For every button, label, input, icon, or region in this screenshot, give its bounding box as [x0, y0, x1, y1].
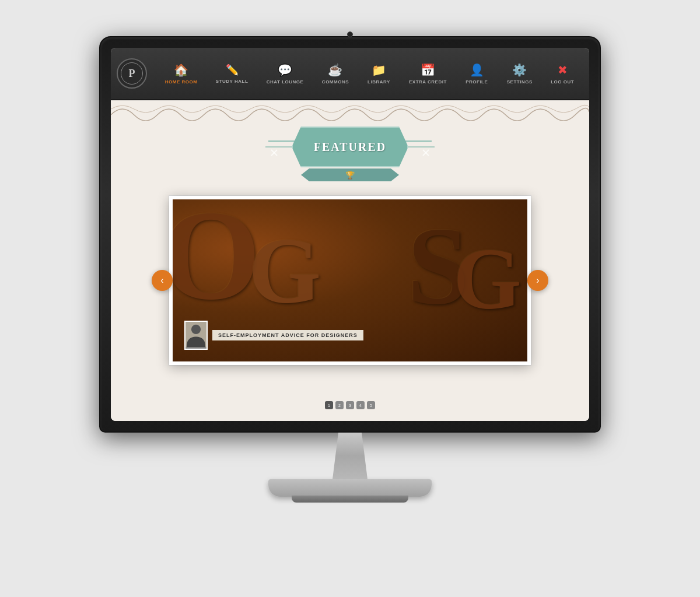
wood-letter-4: G — [453, 229, 522, 329]
coffee-icon: ☕ — [328, 63, 342, 77]
screen-bezel: P 🏠 HOME ROOM ✏️ STUDY HALL — [111, 48, 589, 421]
stand-neck — [321, 433, 379, 479]
slideshow-container: ‹ O G S G — [146, 167, 554, 394]
chevron-left-icon: ‹ — [160, 275, 163, 286]
calendar-icon: 📅 — [421, 63, 435, 77]
monitor-stand — [268, 433, 432, 503]
slide-frame: O G S G — [169, 196, 531, 365]
person-silhouette-icon — [186, 321, 206, 349]
slide-caption: SELF-EMPLOYMENT ADVICE FOR DESIGNERS — [184, 321, 363, 350]
slide-dot-4[interactable]: 4 — [356, 401, 365, 409]
nav-item-logout[interactable]: ✖ LOG OUT — [545, 58, 580, 89]
ribbon-right-icon — [391, 168, 399, 181]
slide-prev-button[interactable]: ‹ — [152, 270, 173, 291]
stand-foot — [292, 496, 408, 503]
nav-item-library[interactable]: 📁 LIBRARY — [362, 58, 397, 89]
nav-item-profile[interactable]: 👤 PROFILE — [459, 58, 494, 89]
nav-item-settings[interactable]: ⚙️ SETTINGS — [501, 58, 538, 89]
home-icon: 🏠 — [174, 63, 188, 77]
gear-icon: ⚙️ — [512, 63, 527, 77]
nav-item-study-hall[interactable]: ✏️ STUDY HALL — [210, 59, 254, 89]
navigation-bar: P 🏠 HOME ROOM ✏️ STUDY HALL — [111, 48, 589, 100]
trophy-icon: 🏆 — [345, 171, 355, 180]
folder-icon: 📁 — [372, 63, 386, 77]
avatar — [184, 321, 208, 350]
featured-badge: FEATURED — [262, 127, 438, 181]
monitor-wrapper: P 🏠 HOME ROOM ✏️ STUDY HALL — [88, 36, 612, 561]
chat-icon: 💬 — [278, 63, 292, 77]
wood-letter-1: O — [173, 199, 261, 329]
svg-point-11 — [191, 325, 201, 334]
slide-dot-1[interactable]: 1 — [325, 401, 333, 409]
nav-item-commons[interactable]: ☕ COMMONS — [316, 58, 355, 89]
slide-dot-2[interactable]: 2 — [335, 401, 344, 409]
slide-caption-text: SELF-EMPLOYMENT ADVICE FOR DESIGNERS — [212, 330, 363, 340]
slide-dot-5[interactable]: 5 — [367, 401, 375, 409]
nav-logo[interactable]: P — [117, 58, 147, 89]
trophy-ribbon: 🏆 — [301, 168, 399, 181]
slide-dots: 1 2 3 4 5 — [325, 401, 375, 409]
stand-base — [268, 479, 432, 497]
pencil-icon: ✏️ — [226, 64, 239, 76]
nav-items-list: 🏠 HOME ROOM ✏️ STUDY HALL 💬 CHAT LOUNGE — [156, 58, 583, 89]
monitor-body: P 🏠 HOME ROOM ✏️ STUDY HALL — [99, 36, 601, 433]
nav-item-home-room[interactable]: 🏠 HOME ROOM — [159, 58, 204, 89]
slide-dot-3[interactable]: 3 — [346, 401, 354, 409]
featured-shape-container: FEATURED — [262, 127, 438, 167]
chevron-right-icon: › — [536, 275, 539, 286]
screen-content: P 🏠 HOME ROOM ✏️ STUDY HALL — [111, 48, 589, 421]
slide-background: O G S G — [173, 199, 527, 361]
featured-center-badge: FEATURED — [292, 127, 408, 167]
ribbon-center: 🏆 — [309, 168, 391, 181]
nav-item-extra-credit[interactable]: 📅 EXTRA CREDIT — [403, 58, 453, 89]
profile-icon: 👤 — [470, 63, 484, 77]
slide-next-button[interactable]: › — [527, 270, 548, 291]
nav-item-chat-lounge[interactable]: 💬 CHAT LOUNGE — [261, 58, 310, 89]
close-circle-icon: ✖ — [558, 63, 568, 77]
featured-full-badge: FEATURED — [262, 127, 438, 181]
wavy-divider — [111, 100, 589, 121]
featured-section: FEATURED — [111, 121, 589, 421]
webcam — [347, 31, 353, 37]
ribbon-left-icon — [301, 168, 309, 181]
nav-logo-letter: P — [121, 62, 143, 85]
wood-letter-2: G — [249, 217, 321, 325]
